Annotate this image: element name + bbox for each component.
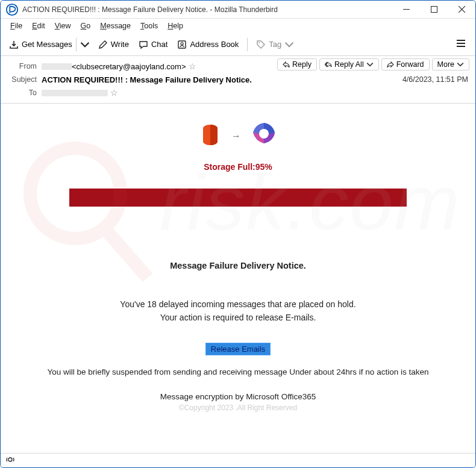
menu-edit[interactable]: Edit: [27, 20, 50, 31]
toolbar: Get Messages Write Chat Address Book Tag: [1, 33, 475, 56]
from-name-redacted: [42, 63, 72, 70]
to-label: To: [7, 89, 42, 97]
menu-help[interactable]: Help: [163, 20, 188, 31]
get-messages-dropdown[interactable]: [76, 37, 93, 52]
to-address-redacted: [42, 90, 108, 96]
app-menu-button[interactable]: [450, 36, 472, 54]
maximize-button[interactable]: [420, 1, 448, 18]
subject-label: Subject: [7, 75, 42, 84]
message-actions: Reply Reply All Forward More: [277, 58, 469, 70]
reply-icon: [283, 61, 290, 68]
chat-icon: [139, 40, 148, 49]
menu-message[interactable]: Message: [95, 20, 136, 31]
minimize-button[interactable]: [392, 1, 420, 18]
window-titlebar: ACTION REQUIRED!!! : Message Failure Del…: [1, 1, 475, 19]
message-header: From <clubsecretary@aajoyland.com> ☆ Sub…: [1, 56, 475, 104]
forward-icon: [387, 61, 394, 68]
menu-file[interactable]: File: [5, 20, 27, 31]
reply-all-icon: [325, 61, 332, 68]
download-icon: [9, 40, 19, 49]
notice-title: Message Failure Delivery Notice.: [19, 261, 457, 270]
red-bar: [69, 189, 407, 207]
forward-button[interactable]: Forward: [381, 58, 430, 70]
arrow-icon: →: [231, 131, 241, 142]
svg-point-0: [7, 4, 17, 14]
message-date: 4/6/2023, 11:51 PM: [402, 75, 468, 84]
svg-point-6: [259, 129, 269, 139]
svg-point-4: [181, 42, 183, 45]
star-recipient-icon[interactable]: ☆: [110, 88, 118, 98]
copyright-text: ©Copyright 2023 .All Right Reserved: [19, 404, 457, 412]
logo-row: →: [19, 120, 457, 151]
star-contact-icon[interactable]: ☆: [189, 61, 196, 71]
toolbar-separator: [247, 38, 248, 51]
window-title: ACTION REQUIRED!!! : Message Failure Del…: [22, 5, 392, 14]
tag-label: Tag: [269, 40, 281, 49]
suspend-warning: You will be briefly suspended from sendi…: [19, 367, 457, 376]
from-label: From: [7, 62, 42, 70]
menubar: File Edit View Go Message Tools Help: [1, 19, 475, 33]
svg-rect-2: [431, 7, 437, 13]
hamburger-icon: [456, 39, 466, 48]
chat-label: Chat: [151, 40, 168, 49]
more-button[interactable]: More: [432, 58, 469, 70]
office-new-icon: [249, 120, 278, 151]
address-book-icon: [177, 40, 187, 49]
reply-button[interactable]: Reply: [277, 58, 317, 70]
menu-go[interactable]: Go: [76, 20, 96, 31]
encryption-note: Message encryption by Microsoft Office36…: [19, 392, 457, 401]
release-emails-button[interactable]: Release Emails: [205, 343, 271, 355]
body-line-2: Your action is required to release E-mai…: [19, 313, 457, 322]
menu-view[interactable]: View: [50, 20, 76, 31]
reply-all-button[interactable]: Reply All: [319, 58, 379, 70]
get-messages-button[interactable]: Get Messages: [4, 37, 77, 52]
address-book-button[interactable]: Address Book: [172, 37, 243, 52]
tag-button[interactable]: Tag: [251, 37, 299, 52]
svg-rect-1: [403, 9, 410, 10]
message-body-scroll[interactable]: → Storage Full:95% Message Failure Deliv…: [1, 104, 475, 460]
subject-text: ACTION REQUIRED!!! : Message Failure Del…: [42, 75, 252, 84]
tag-icon: [256, 40, 266, 49]
app-icon: [5, 3, 19, 16]
status-bar: [1, 453, 475, 467]
close-button[interactable]: [448, 1, 475, 18]
svg-point-5: [258, 42, 260, 43]
message-body: → Storage Full:95% Message Failure Deliv…: [1, 104, 475, 430]
connection-status-icon[interactable]: [5, 455, 15, 467]
address-book-label: Address Book: [190, 40, 239, 49]
storage-full-text: Storage Full:95%: [19, 162, 457, 172]
from-address: <clubsecretary@aajoyland.com>: [72, 62, 186, 71]
menu-tools[interactable]: Tools: [136, 20, 163, 31]
body-line-1: You've 18 delayed incoming messages that…: [19, 299, 457, 309]
pencil-icon: [98, 40, 108, 49]
office-old-icon: [198, 122, 223, 149]
svg-point-7: [8, 458, 12, 461]
window-controls: [392, 1, 475, 18]
write-label: Write: [111, 40, 129, 49]
write-button[interactable]: Write: [93, 37, 134, 52]
chat-button[interactable]: Chat: [134, 37, 172, 52]
get-messages-label: Get Messages: [22, 40, 72, 49]
